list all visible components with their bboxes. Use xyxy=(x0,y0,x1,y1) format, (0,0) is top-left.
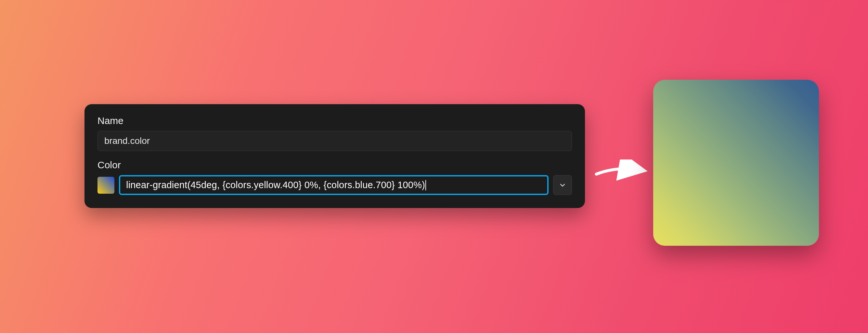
name-field-group: Name xyxy=(97,115,572,151)
token-editor-panel: Name Color linear-gradient(45deg, {color… xyxy=(85,104,585,208)
color-dropdown-button[interactable] xyxy=(553,175,572,195)
arrow-right-icon xyxy=(595,160,650,182)
color-input[interactable]: linear-gradient(45deg, {colors.yellow.40… xyxy=(119,175,549,195)
color-field-group: Color linear-gradient(45deg, {colors.yel… xyxy=(97,160,572,195)
chevron-down-icon xyxy=(559,181,566,189)
gradient-preview xyxy=(653,80,819,246)
name-label: Name xyxy=(97,115,572,126)
name-input[interactable] xyxy=(97,131,572,151)
text-cursor-icon xyxy=(425,180,426,190)
color-label: Color xyxy=(97,160,572,171)
color-swatch-icon xyxy=(97,177,114,194)
color-input-value: linear-gradient(45deg, {colors.yellow.40… xyxy=(126,180,425,190)
